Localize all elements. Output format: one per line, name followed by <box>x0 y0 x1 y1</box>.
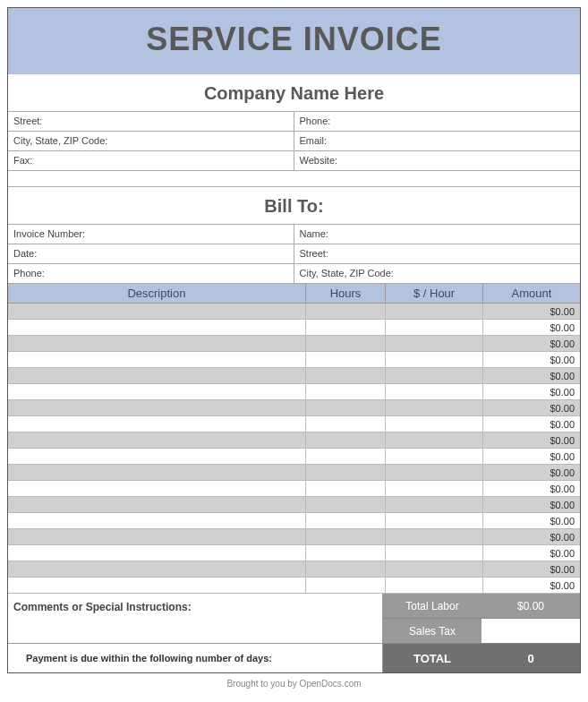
cell-description[interactable] <box>8 449 305 465</box>
cell-hours[interactable] <box>305 545 385 561</box>
total-labor-value: $0.00 <box>481 594 580 619</box>
cell-description[interactable] <box>8 416 305 432</box>
company-fax-field[interactable]: Fax: <box>8 151 294 171</box>
table-row: $0.00 <box>8 416 580 432</box>
cell-description[interactable] <box>8 304 305 320</box>
cell-hours[interactable] <box>305 465 385 481</box>
table-row: $0.00 <box>8 304 580 320</box>
table-row: $0.00 <box>8 513 580 529</box>
cell-description[interactable] <box>8 561 305 578</box>
cell-hours[interactable] <box>305 561 385 578</box>
cell-amount[interactable]: $0.00 <box>482 561 580 578</box>
company-email-field[interactable]: Email: <box>294 132 581 151</box>
table-row: $0.00 <box>8 449 580 465</box>
cell-description[interactable] <box>8 400 305 416</box>
cell-description[interactable] <box>8 336 305 352</box>
cell-description[interactable] <box>8 529 305 545</box>
cell-hours[interactable] <box>305 384 385 400</box>
table-row: $0.00 <box>8 497 580 513</box>
title-banner: SERVICE INVOICE <box>8 8 580 74</box>
cell-rate[interactable] <box>386 432 483 449</box>
cell-description[interactable] <box>8 545 305 561</box>
company-name-header: Company Name Here <box>8 74 580 112</box>
cell-description[interactable] <box>8 513 305 529</box>
cell-rate[interactable] <box>386 578 483 594</box>
cell-hours[interactable] <box>305 352 385 368</box>
cell-amount[interactable]: $0.00 <box>482 481 580 497</box>
cell-hours[interactable] <box>305 320 385 336</box>
billto-phone-field[interactable]: Phone: <box>8 264 294 284</box>
invoice-date-field[interactable]: Date: <box>8 244 294 264</box>
cell-hours[interactable] <box>305 481 385 497</box>
invoice-number-field[interactable]: Invoice Number: <box>8 225 294 244</box>
cell-hours[interactable] <box>305 432 385 449</box>
cell-amount[interactable]: $0.00 <box>482 352 580 368</box>
cell-amount[interactable]: $0.00 <box>482 304 580 320</box>
table-row: $0.00 <box>8 465 580 481</box>
billto-city-field[interactable]: City, State, ZIP Code: <box>294 264 581 284</box>
cell-rate[interactable] <box>386 384 483 400</box>
company-info-grid: Street: Phone: City, State, ZIP Code: Em… <box>8 112 580 171</box>
line-items-table: Description Hours $ / Hour Amount $0.00$… <box>8 284 580 594</box>
cell-rate[interactable] <box>386 465 483 481</box>
cell-description[interactable] <box>8 368 305 384</box>
cell-rate[interactable] <box>386 513 483 529</box>
comments-label[interactable]: Comments or Special Instructions: <box>8 594 383 644</box>
cell-amount[interactable]: $0.00 <box>482 400 580 416</box>
cell-amount[interactable]: $0.00 <box>482 497 580 513</box>
cell-rate[interactable] <box>386 561 483 578</box>
cell-description[interactable] <box>8 497 305 513</box>
cell-description[interactable] <box>8 352 305 368</box>
cell-amount[interactable]: $0.00 <box>482 578 580 594</box>
cell-rate[interactable] <box>386 304 483 320</box>
bill-to-header: Bill To: <box>8 187 580 225</box>
cell-amount[interactable]: $0.00 <box>482 545 580 561</box>
cell-hours[interactable] <box>305 449 385 465</box>
cell-rate[interactable] <box>386 416 483 432</box>
cell-hours[interactable] <box>305 336 385 352</box>
cell-amount[interactable]: $0.00 <box>482 384 580 400</box>
cell-rate[interactable] <box>386 352 483 368</box>
cell-amount[interactable]: $0.00 <box>482 336 580 352</box>
company-website-field[interactable]: Website: <box>294 151 581 171</box>
cell-rate[interactable] <box>386 336 483 352</box>
cell-description[interactable] <box>8 465 305 481</box>
cell-hours[interactable] <box>305 400 385 416</box>
cell-description[interactable] <box>8 320 305 336</box>
cell-amount[interactable]: $0.00 <box>482 416 580 432</box>
col-rate-header: $ / Hour <box>386 284 483 304</box>
cell-description[interactable] <box>8 578 305 594</box>
company-phone-field[interactable]: Phone: <box>294 112 581 132</box>
cell-hours[interactable] <box>305 529 385 545</box>
cell-amount[interactable]: $0.00 <box>482 368 580 384</box>
company-city-field[interactable]: City, State, ZIP Code: <box>8 132 294 151</box>
cell-rate[interactable] <box>386 497 483 513</box>
cell-rate[interactable] <box>386 368 483 384</box>
cell-amount[interactable]: $0.00 <box>482 320 580 336</box>
cell-hours[interactable] <box>305 497 385 513</box>
cell-hours[interactable] <box>305 368 385 384</box>
cell-rate[interactable] <box>386 481 483 497</box>
cell-rate[interactable] <box>386 529 483 545</box>
cell-rate[interactable] <box>386 545 483 561</box>
cell-amount[interactable]: $0.00 <box>482 513 580 529</box>
cell-description[interactable] <box>8 384 305 400</box>
cell-description[interactable] <box>8 432 305 449</box>
cell-description[interactable] <box>8 481 305 497</box>
invoice-document: SERVICE INVOICE Company Name Here Street… <box>7 7 581 673</box>
cell-amount[interactable]: $0.00 <box>482 432 580 449</box>
cell-rate[interactable] <box>386 449 483 465</box>
billto-street-field[interactable]: Street: <box>294 244 581 264</box>
cell-hours[interactable] <box>305 304 385 320</box>
cell-amount[interactable]: $0.00 <box>482 449 580 465</box>
cell-hours[interactable] <box>305 513 385 529</box>
billto-name-field[interactable]: Name: <box>294 225 581 244</box>
cell-hours[interactable] <box>305 416 385 432</box>
cell-amount[interactable]: $0.00 <box>482 529 580 545</box>
cell-hours[interactable] <box>305 578 385 594</box>
cell-rate[interactable] <box>386 320 483 336</box>
cell-amount[interactable]: $0.00 <box>482 465 580 481</box>
cell-rate[interactable] <box>386 400 483 416</box>
sales-tax-value[interactable] <box>481 619 580 644</box>
company-street-field[interactable]: Street: <box>8 112 294 132</box>
